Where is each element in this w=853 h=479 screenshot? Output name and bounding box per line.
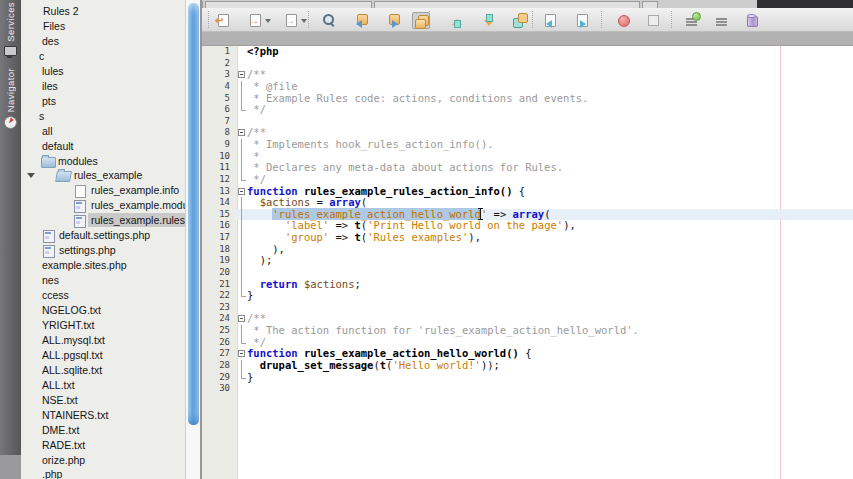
- code-line[interactable]: 9 * Implements hook_rules_action_info().: [202, 139, 853, 151]
- tree-item[interactable]: s: [21, 109, 185, 124]
- fold-margin[interactable]: [235, 313, 247, 325]
- line-number: 26: [202, 337, 235, 349]
- code-line[interactable]: 3/**: [202, 69, 853, 81]
- tree-item[interactable]: ALL.mysql.txt: [21, 333, 185, 348]
- comment-button[interactable]: [683, 12, 701, 29]
- folder-icon: [41, 157, 56, 168]
- last-edit-location-button[interactable]: [214, 12, 232, 29]
- code-line[interactable]: 5 * Example Rules code: actions, conditi…: [202, 93, 853, 105]
- code-line[interactable]: 22}: [202, 290, 853, 302]
- code-editor[interactable]: 1<?php23/**4 * @file5 * Example Rules co…: [202, 46, 853, 479]
- fold-margin: [235, 151, 247, 163]
- tree-item[interactable]: nes: [21, 273, 185, 288]
- tree-item[interactable]: rules_example.rules.inc: [21, 213, 185, 228]
- back-button[interactable]: [246, 12, 264, 29]
- code-line[interactable]: 25 * The action function for 'rules_exam…: [202, 325, 853, 337]
- forward-button[interactable]: [282, 12, 300, 29]
- tree-item[interactable]: rules_example: [21, 168, 185, 183]
- expander-icon[interactable]: [27, 173, 35, 182]
- fold-margin[interactable]: [235, 348, 247, 360]
- code-line[interactable]: 11 * Declares any meta-data about action…: [202, 162, 853, 174]
- code-line[interactable]: 29}: [202, 372, 853, 384]
- tree-item[interactable]: ALL.txt: [21, 378, 185, 393]
- code-line[interactable]: 18 ),: [202, 244, 853, 256]
- tree-item[interactable]: DME.txt: [21, 423, 185, 438]
- find-selection-button[interactable]: [320, 12, 338, 29]
- next-occurrence-button[interactable]: [480, 12, 498, 29]
- tree-item[interactable]: c: [21, 49, 185, 64]
- tree-item[interactable]: example.sites.php: [21, 258, 185, 273]
- code-line[interactable]: 30: [202, 383, 853, 395]
- line-number: 23: [202, 302, 235, 314]
- tree-item[interactable]: settings.php: [21, 243, 185, 258]
- tree-item[interactable]: NGELOG.txt: [21, 303, 185, 318]
- tree-item-label: ccess: [42, 289, 69, 301]
- line-number: 2: [202, 58, 235, 70]
- tree-item[interactable]: modules: [21, 154, 185, 169]
- stop-macro-button[interactable]: [644, 12, 662, 29]
- tree-item[interactable]: pts: [21, 94, 185, 109]
- tree-item[interactable]: NTAINERS.txt: [21, 408, 185, 423]
- database-button[interactable]: [743, 12, 761, 29]
- record-macro-button[interactable]: [614, 12, 632, 29]
- tree-item-label: nes: [42, 274, 59, 286]
- fold-margin[interactable]: [235, 69, 247, 81]
- dropdown-caret-icon[interactable]: [265, 19, 271, 26]
- tree-item[interactable]: RADE.txt: [21, 438, 185, 453]
- code-line[interactable]: 23: [202, 302, 853, 314]
- code-line[interactable]: 2: [202, 58, 853, 70]
- code-line[interactable]: 6 */: [202, 104, 853, 116]
- code-line[interactable]: 19 );: [202, 255, 853, 267]
- tree-item-label: ALL.mysql.txt: [42, 334, 105, 346]
- tree-item[interactable]: .php: [21, 467, 185, 479]
- tree-item-label: all: [42, 125, 53, 137]
- tree-item[interactable]: NSE.txt: [21, 393, 185, 408]
- tree-scrollbar-thumb[interactable]: [188, 3, 199, 425]
- shift-line-left-button[interactable]: [541, 12, 559, 29]
- fold-margin[interactable]: [235, 186, 247, 198]
- fold-margin[interactable]: [235, 127, 247, 139]
- find-next-button[interactable]: [384, 12, 402, 29]
- tree-item[interactable]: ALL.sqlite.txt: [21, 363, 185, 378]
- strip-button-services[interactable]: Services: [4, 2, 17, 56]
- tree-item[interactable]: ALL.pgsql.txt: [21, 348, 185, 363]
- tree-item[interactable]: YRIGHT.txt: [21, 318, 185, 333]
- toggle-occurrences-button[interactable]: [510, 12, 528, 29]
- tree-scrollbar[interactable]: [185, 0, 200, 479]
- find-previous-button[interactable]: [352, 12, 370, 29]
- code-lines: 1<?php23/**4 * @file5 * Example Rules co…: [202, 46, 853, 395]
- fold-margin: [235, 290, 247, 302]
- tree-item-label: rules_example.info: [91, 184, 179, 196]
- fold-margin: [235, 58, 247, 70]
- file-tree-panel[interactable]: Rules 2Filesdesclulesilesptssalldefaultm…: [21, 0, 185, 479]
- toggle-highlight-search-button[interactable]: [412, 12, 430, 29]
- tree-item[interactable]: orize.php: [21, 453, 185, 468]
- fold-margin: [235, 232, 247, 244]
- tree-item[interactable]: Rules 2: [21, 4, 185, 19]
- fold-margin: [235, 244, 247, 256]
- code-text: }: [247, 290, 853, 302]
- tree-item[interactable]: default: [21, 139, 185, 154]
- code-line[interactable]: 7: [202, 116, 853, 128]
- strip-button-navigator[interactable]: Navigator: [4, 68, 17, 129]
- code-line[interactable]: 21 return $actions;: [202, 279, 853, 291]
- fold-margin: [235, 81, 247, 93]
- tree-item[interactable]: iles: [21, 79, 185, 94]
- shift-line-right-button[interactable]: [573, 12, 591, 29]
- tree-item[interactable]: Files: [21, 19, 185, 34]
- code-line[interactable]: 1<?php: [202, 46, 853, 58]
- code-line[interactable]: 17 'group' => t('Rules examples'),: [202, 232, 853, 244]
- previous-occurrence-button[interactable]: [448, 12, 466, 29]
- tree-item[interactable]: ccess: [21, 288, 185, 303]
- tree-item[interactable]: all: [21, 124, 185, 139]
- dropdown-caret-icon[interactable]: [301, 19, 307, 26]
- code-line[interactable]: 28 drupal_set_message(t('Hello world!'))…: [202, 360, 853, 372]
- tree-item[interactable]: default.settings.php: [21, 228, 185, 243]
- tree-item[interactable]: lules: [21, 64, 185, 79]
- tree-item[interactable]: rules_example.module: [21, 198, 185, 213]
- tree-item-label: NTAINERS.txt: [42, 409, 108, 421]
- uncomment-button[interactable]: [713, 12, 731, 29]
- tree-item[interactable]: rules_example.info: [21, 183, 185, 198]
- strip-label: Navigator: [5, 68, 16, 112]
- tree-item[interactable]: des: [21, 34, 185, 49]
